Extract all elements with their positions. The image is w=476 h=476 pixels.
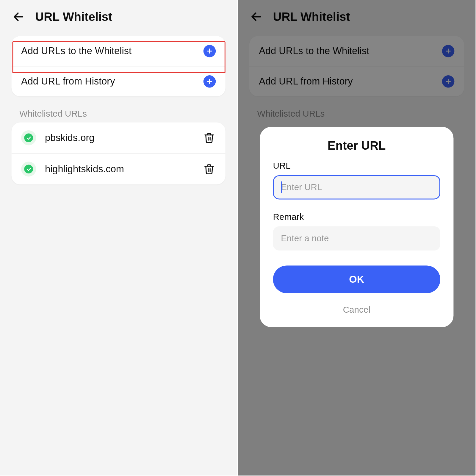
whitelisted-urls-list: pbskids.org highlightskids.com	[11, 122, 225, 184]
back-button[interactable]	[11, 9, 26, 25]
dialog-title: Enter URL	[273, 139, 440, 153]
enter-url-dialog: Enter URL URL Remark OK Cancel	[260, 127, 453, 327]
url-domain: highlightskids.com	[45, 163, 194, 175]
delete-button[interactable]	[203, 162, 216, 176]
cancel-button[interactable]: Cancel	[273, 301, 440, 317]
whitelisted-section-label: Whitelisted URLs	[19, 109, 226, 119]
modal-overlay[interactable]: Enter URL URL Remark OK Cancel	[238, 0, 475, 475]
add-actions-card: Add URLs to the Whitelist Add URL from H…	[11, 36, 225, 96]
remark-input[interactable]	[273, 226, 440, 250]
plus-icon	[203, 75, 216, 87]
delete-button[interactable]	[203, 131, 216, 144]
url-domain: pbskids.org	[45, 132, 194, 143]
row-label: Add URLs to the Whitelist	[21, 45, 131, 57]
url-input[interactable]	[273, 175, 440, 199]
list-item: highlightskids.com	[11, 153, 225, 184]
check-icon	[21, 162, 36, 176]
row-label: Add URL from History	[21, 76, 115, 87]
add-url-to-whitelist-row[interactable]: Add URLs to the Whitelist	[11, 36, 225, 66]
text-caret	[281, 181, 282, 193]
page-title: URL Whitelist	[35, 10, 112, 24]
url-field-label: URL	[273, 161, 440, 171]
trash-icon	[203, 132, 215, 143]
list-item: pbskids.org	[11, 122, 225, 153]
add-url-from-history-row[interactable]: Add URL from History	[11, 66, 225, 96]
ok-button[interactable]: OK	[273, 265, 440, 293]
trash-icon	[203, 163, 215, 175]
screen-url-whitelist: URL Whitelist Add URLs to the Whitelist …	[0, 0, 238, 475]
plus-icon	[203, 45, 216, 57]
check-icon	[21, 130, 36, 145]
header: URL Whitelist	[0, 0, 237, 30]
screen-url-whitelist-modal: URL Whitelist Add URLs to the Whitelist …	[238, 0, 475, 475]
arrow-left-icon	[12, 11, 24, 23]
remark-field-label: Remark	[273, 212, 440, 222]
